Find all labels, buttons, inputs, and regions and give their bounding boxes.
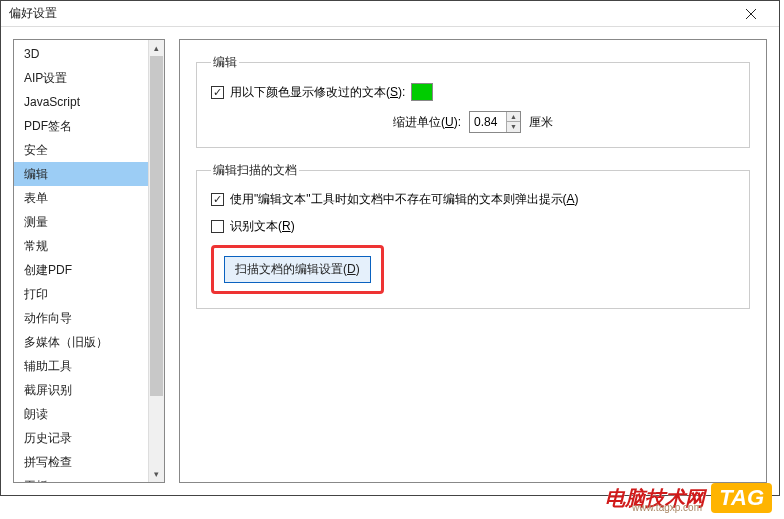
sidebar-item-7[interactable]: 测量 — [14, 210, 148, 234]
indent-input-wrap: ▲ ▼ — [469, 111, 521, 133]
scan-settings-button[interactable]: 扫描文档的编辑设置(D) — [224, 256, 371, 283]
scroll-down-arrow[interactable]: ▾ — [149, 466, 164, 482]
sidebar-item-5[interactable]: 编辑 — [14, 162, 148, 186]
indent-label: 缩进单位(U): — [393, 114, 461, 131]
close-icon — [745, 8, 757, 20]
recognize-label: 识别文本(R) — [230, 218, 295, 235]
sidebar-item-11[interactable]: 动作向导 — [14, 306, 148, 330]
show-modified-row: 用以下颜色显示修改过的文本(S): — [211, 83, 735, 101]
sidebar-container: 3DAIP设置JavaScriptPDF签名安全编辑表单测量常规创建PDF打印动… — [13, 39, 165, 483]
sidebar-item-10[interactable]: 打印 — [14, 282, 148, 306]
highlight-box: 扫描文档的编辑设置(D) — [211, 245, 384, 294]
sidebar-item-16[interactable]: 历史记录 — [14, 426, 148, 450]
recognize-checkbox[interactable] — [211, 220, 224, 233]
titlebar: 偏好设置 — [1, 1, 779, 27]
indent-unit: 厘米 — [529, 114, 553, 131]
sidebar-item-18[interactable]: 平板 — [14, 474, 148, 482]
sidebar-item-15[interactable]: 朗读 — [14, 402, 148, 426]
sidebar-item-14[interactable]: 截屏识别 — [14, 378, 148, 402]
sidebar-scrollbar[interactable]: ▴ ▾ — [148, 40, 164, 482]
sidebar-item-4[interactable]: 安全 — [14, 138, 148, 162]
indent-spinner: ▲ ▼ — [506, 112, 520, 132]
sidebar-item-9[interactable]: 创建PDF — [14, 258, 148, 282]
sidebar-item-2[interactable]: JavaScript — [14, 90, 148, 114]
edit-legend: 编辑 — [211, 54, 239, 71]
settings-panel: 编辑 用以下颜色显示修改过的文本(S): 缩进单位(U): ▲ — [179, 39, 767, 483]
show-modified-checkbox[interactable] — [211, 86, 224, 99]
prompt-label: 使用"编辑文本"工具时如文档中不存在可编辑的文本则弹出提示(A) — [230, 191, 579, 208]
sidebar-item-17[interactable]: 拼写检查 — [14, 450, 148, 474]
sidebar-item-6[interactable]: 表单 — [14, 186, 148, 210]
category-sidebar[interactable]: 3DAIP设置JavaScriptPDF签名安全编辑表单测量常规创建PDF打印动… — [14, 40, 148, 482]
prompt-row: 使用"编辑文本"工具时如文档中不存在可编辑的文本则弹出提示(A) — [211, 191, 735, 208]
scan-fieldset: 编辑扫描的文档 使用"编辑文本"工具时如文档中不存在可编辑的文本则弹出提示(A)… — [196, 162, 750, 309]
indent-row: 缩进单位(U): ▲ ▼ 厘米 — [211, 111, 735, 133]
prompt-checkbox[interactable] — [211, 193, 224, 206]
sidebar-item-13[interactable]: 辅助工具 — [14, 354, 148, 378]
preferences-window: 偏好设置 3DAIP设置JavaScriptPDF签名安全编辑表单测量常规创建P… — [0, 0, 780, 496]
show-modified-label: 用以下颜色显示修改过的文本(S): — [230, 84, 405, 101]
spinner-down[interactable]: ▼ — [507, 122, 520, 132]
sidebar-item-12[interactable]: 多媒体（旧版） — [14, 330, 148, 354]
sidebar-item-8[interactable]: 常规 — [14, 234, 148, 258]
scrollbar-thumb[interactable] — [150, 56, 163, 396]
color-picker[interactable] — [411, 83, 433, 101]
scroll-up-arrow[interactable]: ▴ — [149, 40, 164, 56]
recognize-row: 识别文本(R) — [211, 218, 735, 235]
sidebar-item-3[interactable]: PDF签名 — [14, 114, 148, 138]
sidebar-item-1[interactable]: AIP设置 — [14, 66, 148, 90]
spinner-up[interactable]: ▲ — [507, 112, 520, 122]
indent-input[interactable] — [470, 115, 506, 129]
sidebar-item-0[interactable]: 3D — [14, 42, 148, 66]
scan-legend: 编辑扫描的文档 — [211, 162, 299, 179]
window-title: 偏好设置 — [9, 5, 57, 22]
watermark-url: www.tagxp.com — [632, 502, 702, 513]
content-area: 3DAIP设置JavaScriptPDF签名安全编辑表单测量常规创建PDF打印动… — [1, 27, 779, 495]
edit-fieldset: 编辑 用以下颜色显示修改过的文本(S): 缩进单位(U): ▲ — [196, 54, 750, 148]
close-button[interactable] — [731, 1, 771, 27]
